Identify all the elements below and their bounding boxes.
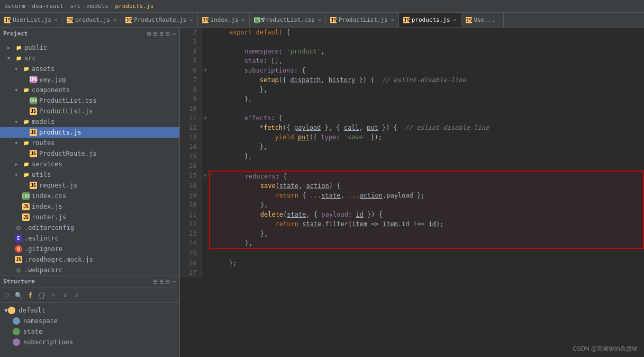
tree-label-pjs: products.js xyxy=(39,129,81,136)
tree-item-productlistjs[interactable]: ▶ JS ProductList.js xyxy=(0,106,179,117)
code-line-8: 8 }, xyxy=(180,85,643,94)
toolbar-btn-f[interactable]: f xyxy=(25,291,35,300)
code-line-2: 2 export default { xyxy=(180,28,643,37)
tree-item-eslintrc[interactable]: ▶ E .eslintrc xyxy=(0,233,179,244)
code-container[interactable]: 2 export default { 3 4 xyxy=(180,28,644,357)
code-line-24: 24 }, xyxy=(180,238,643,248)
js-icon-req: JS xyxy=(30,182,37,189)
tab-close-productroute[interactable]: ✕ xyxy=(190,17,193,23)
toolbar-btn-up[interactable]: ⬆ xyxy=(72,291,81,300)
js-icon-rjs: JS xyxy=(22,213,30,221)
code-table: 2 export default { 3 4 xyxy=(180,28,644,278)
tree-item-roadhog[interactable]: ▶ JS .roadhogrc.mock.js xyxy=(0,254,179,265)
tree-item-assets[interactable]: ▼ 📁 assets xyxy=(0,64,179,74)
tab-close-userlist[interactable]: ✕ xyxy=(55,17,58,23)
tab-productsjs[interactable]: JS products.js ✕ xyxy=(399,13,461,27)
tree-item-services[interactable]: ▶ 📁 services xyxy=(0,159,179,169)
tab-close-product[interactable]: ✕ xyxy=(113,17,116,23)
settings-icon[interactable]: ⚙ xyxy=(166,30,170,38)
folder-icon-models: 📁 xyxy=(22,118,30,126)
struct-icon-state xyxy=(13,328,20,335)
tree-label-components: components xyxy=(32,86,70,94)
tree-item-routerjs[interactable]: ▶ JS router.js xyxy=(0,212,179,222)
code-line-5: 5 state: [], xyxy=(180,56,643,66)
tree-item-request[interactable]: ▶ JS request.js xyxy=(0,180,179,191)
img-icon-yay: IMG xyxy=(30,76,37,83)
tree-label-src: src xyxy=(24,55,36,62)
tree-item-indexcss[interactable]: ▶ CSS index.css xyxy=(0,191,179,201)
code-line-25: 25 xyxy=(180,248,643,258)
sort2-icon[interactable]: ≡ xyxy=(160,278,164,285)
tree-item-indexjs[interactable]: ▶ JS index.js xyxy=(0,201,179,212)
tab-close-productlistcss[interactable]: ✕ xyxy=(318,17,321,23)
tree-label-yay: yay.jpg xyxy=(39,76,66,83)
tab-icon-productsjs: JS xyxy=(403,17,410,23)
tab-index[interactable]: JS index.js ✕ xyxy=(198,13,250,27)
expand-all-icon[interactable]: ≡ xyxy=(160,30,164,38)
breadcrumb-bstorm[interactable]: bstorm xyxy=(4,3,25,10)
tree-item-yay[interactable]: ▶ IMG yay.jpg xyxy=(0,74,179,85)
struct-item-subscriptions[interactable]: subscriptions xyxy=(0,337,179,347)
tree-item-models[interactable]: ▼ 📁 models xyxy=(0,117,179,127)
toolbar-btn-2[interactable]: 🔍 xyxy=(14,291,23,300)
breadcrumb-models[interactable]: models xyxy=(87,3,108,10)
struct-item-namespace[interactable]: namespace xyxy=(0,316,179,326)
tree-item-components[interactable]: ▼ 📁 components xyxy=(0,85,179,95)
file-tree: ▶ 📁 public ▼ 📁 src ▼ 📁 assets ▶ IMG y xyxy=(0,40,179,275)
breadcrumb-src[interactable]: src xyxy=(70,3,81,10)
code-line-16: 16 xyxy=(180,161,643,171)
tab-productroute[interactable]: JS ProductRoute.js ✕ xyxy=(121,13,197,27)
tree-item-productroute[interactable]: ▶ JS ProductRoute.js xyxy=(0,148,179,159)
tab-icon-productroute: JS xyxy=(125,17,132,23)
toolbar-btn-brace[interactable]: {} xyxy=(37,291,47,300)
tab-use[interactable]: JS Use... xyxy=(461,13,504,27)
struct-arrow-default: ▼ xyxy=(4,307,8,314)
arrow-src: ▼ xyxy=(7,56,15,61)
struct-label-subscriptions: subscriptions xyxy=(23,338,73,346)
editor-area: 2 export default { 3 4 xyxy=(180,28,644,357)
tree-item-webpackrc[interactable]: ▶ ⚙ .webpackrc xyxy=(0,265,179,275)
tab-productlistjs[interactable]: JS ProductList.js ✕ xyxy=(326,13,399,27)
struct-label-state: state xyxy=(23,328,42,335)
toolbar-btn-branch[interactable]: ⑂ xyxy=(49,291,58,300)
struct-label-namespace: namespace xyxy=(23,317,58,325)
tree-item-editorconfig[interactable]: ▶ ⚙ .editorconfig xyxy=(0,222,179,233)
add-icon[interactable]: ⊕ xyxy=(147,30,151,38)
minimize-icon[interactable]: — xyxy=(172,30,176,38)
tree-item-public[interactable]: ▶ 📁 public xyxy=(0,42,179,53)
sort-icon[interactable]: ≡ xyxy=(153,278,158,285)
tree-label-pr: ProductRoute.js xyxy=(39,150,96,157)
code-line-13: 13 yield put({ type: 'save' }); xyxy=(180,132,643,142)
tab-icon-userlist: JS xyxy=(4,17,11,23)
tree-item-routes[interactable]: ▼ 📁 routes xyxy=(0,138,179,148)
struct-settings-icon[interactable]: ⚙ xyxy=(166,278,170,285)
folder-icon-utils: 📁 xyxy=(22,171,30,178)
struct-item-default[interactable]: ▼ default xyxy=(0,305,179,316)
tree-item-src[interactable]: ▼ 📁 src xyxy=(0,53,179,64)
tab-close-productlistjs[interactable]: ✕ xyxy=(391,17,394,23)
tab-userlist[interactable]: JS UserList.js ✕ xyxy=(0,13,62,27)
breadcrumb-sep-4: › xyxy=(110,3,114,10)
tree-item-utils[interactable]: ▼ 📁 utils xyxy=(0,169,179,180)
tree-item-productlistcss[interactable]: ▶ CSS ProductList.css xyxy=(0,95,179,106)
collapse-all-icon[interactable]: ≡ xyxy=(153,30,158,38)
struct-item-state[interactable]: state xyxy=(0,326,179,337)
structure-title: Structure xyxy=(3,278,35,285)
tree-item-productsjs[interactable]: ▶ JS products.js xyxy=(0,127,179,138)
breadcrumb-sep-1: › xyxy=(27,3,31,10)
tab-product[interactable]: JS product.js ✕ xyxy=(62,13,121,27)
tree-label-req: request.js xyxy=(39,182,77,189)
tree-item-gitignore[interactable]: ▶ G .gitignore xyxy=(0,244,179,254)
sidebar: Project ⊕ ≡ ≡ ⚙ — ▶ 📁 public ▼ 📁 src xyxy=(0,28,180,357)
toolbar-btn-1[interactable]: ⬡ xyxy=(2,291,12,300)
tab-close-productsjs[interactable]: ✕ xyxy=(453,17,457,23)
breadcrumb-file[interactable]: products.js xyxy=(115,3,153,10)
struct-min-icon[interactable]: — xyxy=(172,278,176,285)
tab-icon-product: JS xyxy=(67,17,73,23)
tab-productlistcss[interactable]: CSS ProductList.css ✕ xyxy=(250,13,326,27)
code-line-10: 10 xyxy=(180,104,643,113)
arrow-models: ▼ xyxy=(15,119,22,124)
toolbar-btn-down[interactable]: ⬇ xyxy=(60,291,70,300)
tab-close-index[interactable]: ✕ xyxy=(242,17,245,23)
breadcrumb-dva[interactable]: dva-react xyxy=(32,3,64,10)
